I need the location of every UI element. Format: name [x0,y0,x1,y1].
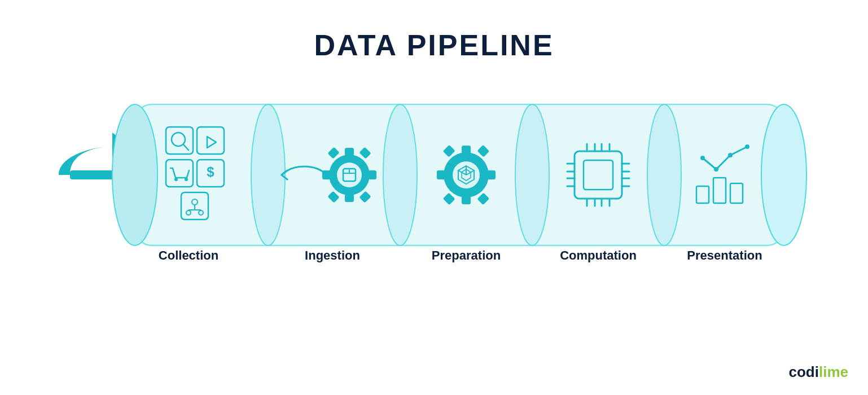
computation-label: Computation [560,248,637,262]
pipeline-svg: $ [67,79,801,271]
logo: codilime [789,363,848,381]
preparation-label: Preparation [432,248,501,262]
svg-text:$: $ [207,164,214,179]
svg-point-4 [761,104,806,245]
preparation-icon [437,145,496,205]
pipeline-diagram: $ [67,79,801,271]
ingestion-label: Ingestion [305,248,360,262]
svg-rect-31 [322,170,330,179]
svg-point-78 [714,167,718,172]
svg-point-16 [185,178,188,181]
page-title: DATA PIPELINE [0,0,868,62]
svg-point-3 [112,104,157,245]
svg-point-37 [337,163,362,187]
logo-part2: lime [819,363,848,380]
svg-point-8 [647,104,681,245]
svg-point-15 [174,178,178,181]
svg-rect-28 [345,148,354,156]
svg-point-6 [383,104,417,245]
svg-point-7 [515,104,549,245]
svg-point-80 [745,144,749,149]
logo-part1: codi [789,363,819,380]
presentation-label: Presentation [687,248,762,262]
svg-point-79 [728,153,733,157]
svg-point-77 [700,156,705,160]
svg-rect-29 [345,194,354,202]
collection-label: Collection [159,248,218,262]
svg-rect-30 [369,170,376,179]
svg-point-5 [251,104,285,245]
